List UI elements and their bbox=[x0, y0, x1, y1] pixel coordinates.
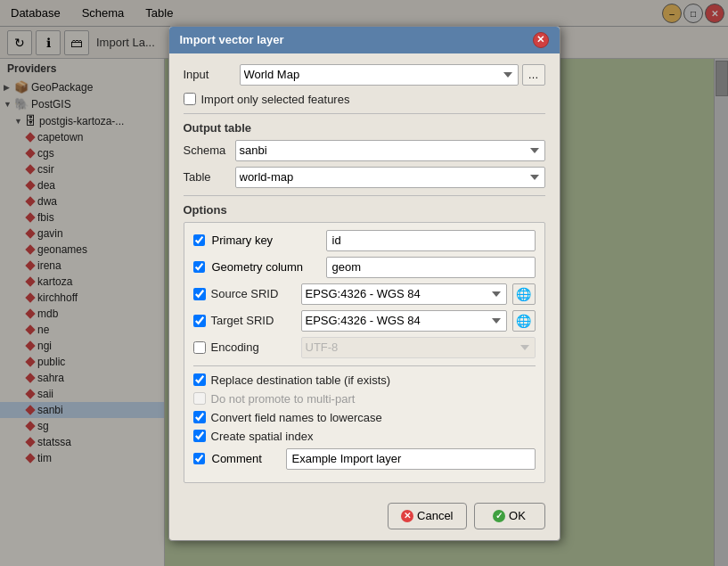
cancel-icon: ✕ bbox=[401, 510, 413, 522]
table-row: Table world-map bbox=[184, 167, 545, 188]
convert-field-names-row: Convert field names to lowercase bbox=[193, 411, 536, 424]
divider-2 bbox=[184, 195, 545, 196]
target-srid-checkbox[interactable] bbox=[193, 315, 206, 327]
target-srid-label: Target SRID bbox=[211, 314, 296, 327]
do-not-promote-row: Do not promote to multi-part bbox=[193, 392, 536, 406]
input-group: World Map … bbox=[240, 64, 545, 86]
options-inner: Primary key Geometry column Source SRID bbox=[184, 222, 545, 483]
comment-input[interactable] bbox=[286, 448, 536, 470]
encoding-select[interactable]: UTF-8 bbox=[301, 337, 536, 358]
dialog-close-button[interactable]: ✕ bbox=[533, 32, 549, 48]
browse-button[interactable]: … bbox=[522, 64, 545, 86]
ok-button[interactable]: ✓ OK bbox=[474, 503, 545, 529]
dialog-titlebar: Import vector layer ✕ bbox=[169, 27, 560, 53]
primary-key-input[interactable] bbox=[326, 230, 536, 251]
target-srid-globe-button[interactable]: 🌐 bbox=[512, 310, 536, 332]
schema-row: Schema sanbi bbox=[184, 140, 545, 161]
source-srid-select[interactable]: EPSG:4326 - WGS 84 bbox=[301, 283, 507, 305]
input-select[interactable]: World Map bbox=[240, 64, 519, 86]
source-srid-checkbox[interactable] bbox=[193, 288, 206, 300]
convert-field-names-checkbox[interactable] bbox=[193, 411, 206, 423]
create-spatial-index-row: Create spatial index bbox=[193, 430, 536, 443]
options-section: Options Primary key Geometry column bbox=[184, 203, 545, 483]
output-table-section: Output table Schema sanbi Table world-ma… bbox=[184, 121, 545, 188]
schema-select[interactable]: sanbi bbox=[235, 140, 545, 161]
dialog-footer: ✕ Cancel ✓ OK bbox=[169, 494, 560, 540]
replace-dest-label: Replace destination table (if exists) bbox=[211, 373, 391, 387]
primary-key-label: Primary key bbox=[212, 234, 319, 247]
import-only-selected-row: Import only selected features bbox=[184, 93, 545, 106]
source-srid-label: Source SRID bbox=[211, 287, 296, 300]
create-spatial-index-checkbox[interactable] bbox=[193, 430, 206, 442]
cancel-label: Cancel bbox=[417, 509, 453, 522]
ok-label: OK bbox=[509, 509, 526, 522]
geometry-col-label: Geometry column bbox=[212, 260, 319, 274]
encoding-checkbox[interactable] bbox=[193, 341, 206, 354]
divider-3 bbox=[193, 365, 536, 366]
geometry-col-row: Geometry column bbox=[193, 257, 536, 278]
cancel-button[interactable]: ✕ Cancel bbox=[388, 503, 466, 529]
encoding-label: Encoding bbox=[211, 340, 296, 354]
convert-field-names-label: Convert field names to lowercase bbox=[211, 411, 382, 424]
replace-dest-row: Replace destination table (if exists) bbox=[193, 373, 536, 387]
geometry-col-input[interactable] bbox=[326, 257, 536, 278]
create-spatial-index-label: Create spatial index bbox=[211, 430, 314, 443]
table-label: Table bbox=[184, 170, 228, 184]
comment-label: Comment bbox=[212, 452, 279, 465]
import-only-selected-checkbox[interactable] bbox=[184, 93, 196, 105]
dialog-overlay: Import vector layer ✕ Input World Map … … bbox=[0, 0, 728, 566]
comment-row: Comment bbox=[193, 448, 536, 470]
target-srid-row: Target SRID EPSG:4326 - WGS 84 🌐 bbox=[193, 310, 536, 332]
options-title: Options bbox=[184, 203, 545, 217]
input-row: Input World Map … bbox=[184, 64, 545, 86]
primary-key-row: Primary key bbox=[193, 230, 536, 251]
comment-checkbox[interactable] bbox=[193, 453, 205, 464]
dialog-body: Input World Map … Import only selected f… bbox=[169, 53, 560, 494]
import-only-selected-label: Import only selected features bbox=[201, 93, 350, 106]
schema-label: Schema bbox=[184, 144, 228, 157]
do-not-promote-label: Do not promote to multi-part bbox=[211, 392, 356, 406]
encoding-row: Encoding UTF-8 bbox=[193, 337, 536, 358]
divider-1 bbox=[184, 113, 545, 114]
import-vector-layer-dialog: Import vector layer ✕ Input World Map … … bbox=[168, 26, 560, 541]
geometry-col-checkbox[interactable] bbox=[193, 261, 205, 273]
ok-icon: ✓ bbox=[493, 510, 505, 522]
primary-key-checkbox[interactable] bbox=[193, 234, 205, 246]
output-table-title: Output table bbox=[184, 121, 545, 135]
input-label: Input bbox=[184, 68, 233, 81]
target-srid-select[interactable]: EPSG:4326 - WGS 84 bbox=[301, 310, 507, 332]
source-srid-row: Source SRID EPSG:4326 - WGS 84 🌐 bbox=[193, 283, 536, 305]
source-srid-globe-button[interactable]: 🌐 bbox=[512, 283, 536, 305]
replace-dest-checkbox[interactable] bbox=[193, 373, 206, 386]
table-select[interactable]: world-map bbox=[235, 167, 545, 188]
dialog-title: Import vector layer bbox=[180, 33, 284, 46]
do-not-promote-checkbox[interactable] bbox=[193, 392, 206, 405]
